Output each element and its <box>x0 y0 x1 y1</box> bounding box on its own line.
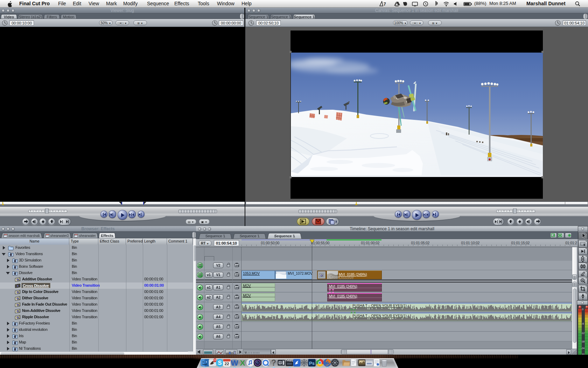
svg-text:W: W <box>231 359 238 367</box>
svg-text:7: 7 <box>384 2 386 7</box>
svg-text:Ps: Ps <box>309 361 315 366</box>
svg-text:22: 22 <box>224 361 229 366</box>
svg-text:?: ? <box>271 358 276 367</box>
svg-text:S: S <box>218 360 222 366</box>
svg-text:X: X <box>240 359 245 367</box>
